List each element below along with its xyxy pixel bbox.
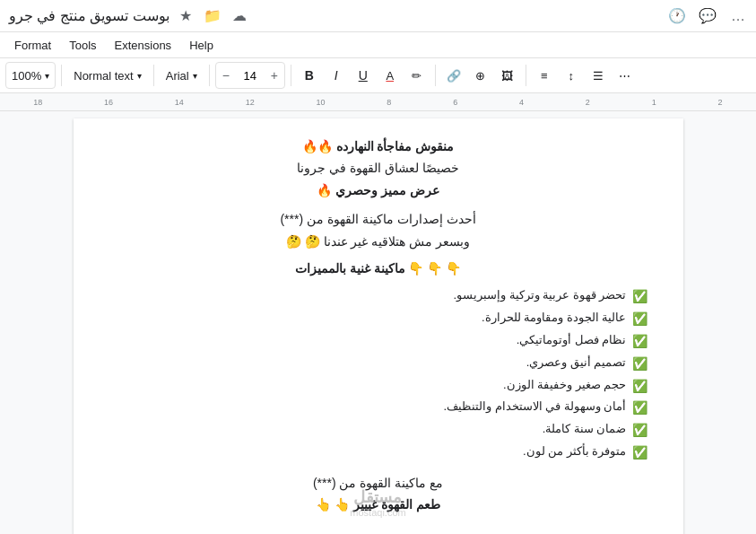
folder-icon[interactable]: 📁 — [204, 7, 222, 25]
font-size-increase[interactable]: + — [265, 63, 284, 88]
menu-bar: Format Tools Extensions Help — [0, 32, 756, 57]
feature-8: ✅ متوفرة بأكثر من لون. — [109, 442, 647, 464]
divider-1 — [61, 65, 62, 86]
menu-tools[interactable]: Tools — [62, 37, 103, 54]
title-bar: بوست تسويق منتج في جرو ★ 📁 ☁ 🕐 💬 … — [0, 0, 756, 32]
content-line-1: منقوش مفاجأة النهارده 🔥🔥 — [109, 136, 647, 156]
zoom-value: 100% — [12, 69, 41, 83]
document-page[interactable]: منقوش مفاجأة النهارده 🔥🔥 خصيصًا لعشاق ال… — [74, 118, 683, 534]
feature-2: ✅ عالية الجودة ومقاومة للحرارة. — [109, 308, 647, 330]
comment-icon[interactable]: 💬 — [699, 7, 717, 25]
list-button[interactable]: ☰ — [586, 62, 611, 89]
ruler: 18 16 14 12 10 8 6 4 2 1 2 — [0, 93, 756, 111]
link-button[interactable]: 🔗 — [441, 62, 466, 89]
content-line-4: أحدث إصدارات ماكينة القهوة من (***) — [109, 209, 647, 229]
divider-4 — [291, 65, 291, 86]
underline-button[interactable]: U — [351, 62, 376, 89]
bold-button[interactable]: B — [297, 62, 322, 89]
italic-button[interactable]: I — [324, 62, 349, 89]
watermark: مستقل mostaqi.com — [350, 487, 405, 518]
divider-6 — [526, 65, 526, 86]
content-line-6: 👇 👇 👇 ماكينة غنية بالمميزات — [109, 258, 647, 278]
highlight-button[interactable]: ✏ — [404, 62, 430, 89]
style-value: Normal text — [74, 69, 133, 83]
feature-text-2: عالية الجودة ومقاومة للحرارة. — [482, 308, 626, 328]
feature-4: ✅ تصميم أنيق وعصري. — [109, 353, 647, 375]
document-title[interactable]: بوست تسويق منتج في جرو — [9, 7, 169, 24]
font-size-value[interactable]: 14 — [238, 69, 263, 83]
ruler-numbers: 18 16 14 12 10 8 6 4 2 1 2 — [0, 98, 756, 107]
content-line-3: عرض مميز وحصري 🔥 — [109, 180, 647, 200]
check-icon-5: ✅ — [632, 376, 647, 398]
line-spacing-button[interactable]: ↕ — [559, 62, 584, 89]
content-line-2: خصيصًا لعشاق القهوة في جرونا — [109, 158, 647, 178]
insert-button[interactable]: ⊕ — [468, 62, 493, 89]
content-line-5: وبسعر مش هتلاقيه غير عندنا 🤔 🤔 — [109, 232, 647, 251]
zoom-section: 100% ▾ — [5, 62, 56, 89]
zoom-arrow: ▾ — [45, 71, 49, 81]
feature-text-1: تحضر قهوة عربية وتركية وإسبريسو. — [453, 285, 626, 305]
font-size-decrease[interactable]: − — [216, 63, 236, 88]
feature-5: ✅ حجم صغير وخفيفة الوزن. — [109, 375, 647, 398]
title-right-icons: 🕐 💬 … — [668, 7, 747, 25]
text-color-icon: A — [386, 69, 394, 83]
font-value: Arial — [166, 69, 189, 83]
more-toolbar-button[interactable]: ⋯ — [613, 62, 638, 89]
menu-help[interactable]: Help — [182, 37, 221, 54]
watermark-url: mostaqi.com — [350, 507, 405, 518]
menu-extensions[interactable]: Extensions — [108, 37, 179, 54]
check-icon-7: ✅ — [632, 420, 647, 442]
star-icon[interactable]: ★ — [177, 7, 195, 25]
feature-text-3: نظام فصل أوتوماتيكي. — [517, 330, 627, 350]
image-button[interactable]: 🖼 — [495, 62, 520, 89]
style-section: Normal text ▾ — [67, 62, 147, 89]
more-icon[interactable]: … — [729, 7, 747, 25]
menu-format[interactable]: Format — [7, 37, 58, 54]
zoom-dropdown[interactable]: 100% ▾ — [5, 62, 56, 89]
style-arrow: ▾ — [137, 71, 142, 81]
feature-6: ✅ أمان وسهولة في الاستخدام والتنظيف. — [109, 397, 647, 419]
title-left: بوست تسويق منتج في جرو ★ 📁 ☁ — [9, 7, 248, 25]
history-icon[interactable]: 🕐 — [668, 7, 686, 25]
check-icon-3: ✅ — [632, 331, 647, 353]
cloud-icon[interactable]: ☁ — [230, 7, 248, 25]
feature-text-4: تصميم أنيق وعصري. — [526, 353, 627, 372]
check-icon-1: ✅ — [632, 286, 647, 308]
divider-2 — [153, 65, 154, 86]
title-icons: ★ 📁 ☁ — [177, 7, 248, 25]
feature-text-8: متوفرة بأكثر من لون. — [523, 442, 626, 461]
divider-5 — [435, 65, 436, 86]
font-dropdown[interactable]: Arial ▾ — [160, 62, 204, 89]
check-icon-8: ✅ — [632, 442, 647, 464]
align-button[interactable]: ≡ — [532, 62, 557, 89]
check-icon-2: ✅ — [632, 309, 647, 330]
feature-text-7: ضمان سنة كاملة. — [543, 419, 627, 439]
font-arrow: ▾ — [193, 71, 197, 81]
feature-1: ✅ تحضر قهوة عربية وتركية وإسبريسو. — [109, 285, 647, 308]
check-icon-4: ✅ — [632, 354, 647, 375]
style-dropdown[interactable]: Normal text ▾ — [67, 62, 147, 89]
feature-3: ✅ نظام فصل أوتوماتيكي. — [109, 330, 647, 353]
watermark-brand: مستقل — [350, 487, 405, 507]
feature-7: ✅ ضمان سنة كاملة. — [109, 419, 647, 442]
check-icon-6: ✅ — [632, 398, 647, 419]
text-color-button[interactable]: A — [378, 62, 403, 89]
feature-text-5: حجم صغير وخفيفة الوزن. — [503, 375, 626, 395]
toolbar: 100% ▾ Normal text ▾ Arial ▾ − 14 + B I … — [0, 57, 756, 93]
feature-text-6: أمان وسهولة في الاستخدام والتنظيف. — [443, 397, 626, 416]
divider-3 — [209, 65, 210, 86]
document-area: منقوش مفاجأة النهارده 🔥🔥 خصيصًا لعشاق ال… — [0, 111, 756, 534]
font-section: Arial ▾ — [160, 62, 204, 89]
font-size-section: − 14 + — [215, 62, 285, 89]
